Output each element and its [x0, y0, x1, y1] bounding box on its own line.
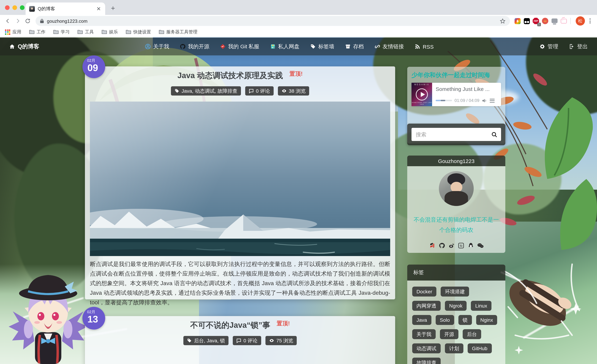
weibo-icon[interactable] [448, 242, 455, 248]
tag-item[interactable]: GitHub [468, 343, 492, 353]
toolbar-divider [570, 18, 571, 24]
tag-item[interactable]: Nginx [476, 315, 497, 325]
tag-item[interactable]: 关于我 [412, 329, 436, 339]
tag-item[interactable]: 内网穿透 [412, 301, 441, 311]
nav-item-links[interactable]: 友情链接 [374, 43, 404, 50]
tag-item[interactable]: 锁 [458, 315, 472, 325]
extension-adblock-icon[interactable]: ABP1 [532, 17, 540, 25]
nav-item-opensource[interactable]: 我的开源 [180, 43, 209, 50]
browser-tab[interactable]: Q的博客 ✕ [26, 2, 105, 15]
tag-item[interactable]: Ngrok [445, 301, 467, 311]
tag-item[interactable]: Solo [435, 315, 454, 325]
extension-bilibili-icon[interactable] [560, 17, 567, 25]
tag-item[interactable]: Linux [471, 301, 491, 311]
tab-close-icon[interactable]: ✕ [96, 5, 102, 12]
comment-icon [236, 338, 241, 343]
post-date-badge: 02月 13 [82, 307, 105, 330]
nav-item-git-server[interactable]: 我的 Git 私服 [220, 43, 259, 50]
play-button[interactable] [416, 88, 428, 101]
tag-item[interactable]: 后台 [463, 329, 481, 339]
search-input[interactable] [415, 131, 491, 138]
csdn-icon[interactable] [429, 242, 435, 248]
git-diamond-icon [220, 44, 226, 49]
lock-icon [40, 18, 44, 23]
extension-lighthouse-icon[interactable] [513, 17, 521, 25]
album-art: MEGAMIX SOMETHING JUST LIKE THIS [411, 83, 432, 106]
reload-icon[interactable] [24, 17, 32, 25]
apps-grid-icon [5, 29, 10, 35]
comment-icon [249, 88, 254, 93]
post-title[interactable]: 不可不说的Java“锁”事 [190, 320, 270, 331]
extension-remote-desktop-icon[interactable] [550, 17, 558, 25]
nav-item-cloud-drive[interactable]: 私人网盘 [270, 43, 299, 50]
adblock-badge: 1 [537, 23, 541, 26]
nav-item-tag-wall[interactable]: 标签墙 [310, 43, 334, 50]
tag-item[interactable]: Docker [412, 287, 437, 296]
new-tab-button[interactable]: + [109, 4, 117, 13]
search-icon[interactable] [491, 131, 497, 138]
post-comments-chip[interactable]: 0 评论 [233, 336, 261, 345]
github-social-icon[interactable] [439, 242, 445, 248]
tag-item[interactable]: 故障排查 [412, 358, 441, 364]
url-text[interactable]: gouzhong1223.com [47, 18, 497, 24]
progress-bar[interactable] [436, 100, 452, 101]
browser-window: Q的博客 ✕ + gouzhong1223.com ABP1 ∞ 松 [0, 0, 597, 364]
extension-infinity-icon[interactable]: ∞ [541, 17, 549, 25]
bookmark-folder-study[interactable]: 学习 [53, 29, 70, 35]
nav-item-admin[interactable]: 管理 [539, 43, 558, 50]
wechat-icon[interactable] [477, 242, 483, 248]
site-brand[interactable]: Q的博客 [9, 43, 39, 50]
folder-icon [29, 30, 34, 34]
profile-name: Gouzhong1223 [407, 155, 505, 166]
post-tags-chip[interactable]: 后台, Java, 锁 [183, 336, 228, 345]
bookmark-folder-shortcuts[interactable]: 快捷设置 [126, 29, 151, 35]
window-maximize-button[interactable] [20, 5, 24, 10]
nav-item-about[interactable]: 关于我 [145, 43, 169, 50]
tags-widget-title: 标签 [407, 264, 505, 280]
bookmark-star-icon[interactable] [500, 18, 506, 24]
bookmark-apps[interactable]: 应用 [5, 29, 21, 35]
nav-menu: 关于我 我的开源 我的 Git 私服 私人网盘 标签墙 [145, 43, 434, 50]
post-tags-chip[interactable]: Java, 动态调试, 故障排查 [171, 86, 241, 95]
tag-item[interactable]: 环境搭建 [441, 287, 469, 296]
forward-icon[interactable] [14, 17, 22, 25]
bookmarks-bar: 应用 工作 学习 工具 娱乐 快捷设置 服务器工具管理 [0, 27, 597, 37]
qq-icon[interactable] [467, 242, 474, 248]
extension-tampermonkey-icon[interactable] [523, 17, 531, 25]
tag-item[interactable]: Java [412, 315, 431, 325]
profile-avatar [439, 171, 474, 206]
tag-item[interactable]: 动态调试 [412, 343, 441, 353]
browser-menu-icon[interactable] [586, 18, 593, 24]
window-close-button[interactable] [5, 5, 10, 10]
volume-icon[interactable] [482, 98, 487, 103]
post-views-chip: 75 浏览 [265, 336, 297, 345]
track-name: Something Just Like ... [436, 86, 497, 92]
archive-icon [345, 44, 351, 49]
tag-item[interactable]: 计划 [445, 343, 463, 353]
post-card-1: 02月 09 Java 动态调试技术原理及实践 置顶! Java, 动态调试, … [85, 66, 395, 299]
back-icon[interactable] [4, 17, 12, 25]
bookmark-folder-entertainment[interactable]: 娱乐 [102, 29, 118, 35]
playlist-icon[interactable] [490, 98, 495, 103]
post-date-badge: 02月 09 [82, 55, 105, 78]
zhihu-icon[interactable]: 知 [458, 242, 464, 248]
user-circle-icon [145, 44, 151, 49]
traffic-lights [5, 5, 24, 10]
folder-icon [102, 30, 107, 34]
post-card-2: 02月 13 不可不说的Java“锁”事 置顶! 后台, Java, 锁 0 评… [85, 316, 395, 364]
nav-item-rss[interactable]: RSS [415, 44, 434, 50]
bookmark-folder-server-tools[interactable]: 服务器工具管理 [159, 29, 197, 35]
window-minimize-button[interactable] [12, 5, 17, 10]
bookmark-folder-work[interactable]: 工作 [29, 29, 46, 35]
bookmark-folder-tools[interactable]: 工具 [78, 29, 94, 35]
browser-profile-avatar[interactable]: 松 [576, 16, 585, 26]
page-viewport: Q的博客 关于我 我的开源 我的 Git 私服 私人网盘 [0, 37, 597, 364]
address-bar[interactable]: gouzhong1223.com [36, 16, 510, 26]
nav-item-logout[interactable]: 登出 [569, 43, 588, 50]
tag-icon [187, 338, 192, 343]
window-titlebar: Q的博客 ✕ + [0, 0, 597, 15]
post-comments-chip[interactable]: 0 评论 [245, 86, 274, 95]
post-title[interactable]: Java 动态调试技术原理及实践 [178, 70, 283, 81]
tag-item[interactable]: 开源 [440, 329, 458, 339]
nav-item-archive[interactable]: 存档 [345, 43, 364, 50]
